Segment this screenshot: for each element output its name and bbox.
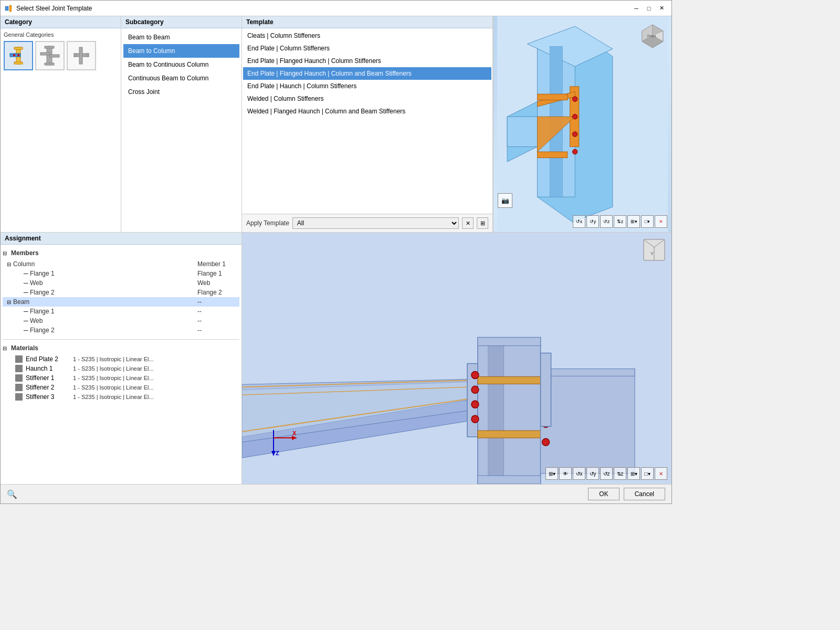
material-haunch: Haunch 1 1 - S235 | Isotropic | Linear E… (3, 364, 239, 373)
category-icon-3[interactable] (67, 41, 96, 70)
template-item-4[interactable]: End Plate | Flanged Haunch | Column and … (243, 67, 491, 80)
flange2-label: Flange 2 (30, 289, 197, 296)
flange1-value: Flange 1 (197, 270, 239, 277)
minimize-button[interactable]: ─ (631, 3, 642, 14)
subcategory-item-beam-to-column[interactable]: Beam to Column (123, 44, 239, 58)
bottom-view-toggle[interactable]: 👁 (559, 467, 572, 480)
template-item-6[interactable]: Welded | Column Stiffeners (243, 92, 491, 105)
subcategory-item-cross-joint[interactable]: Cross Joint (123, 85, 239, 99)
template-item-1[interactable]: Cleats | Column Stiffeners (243, 29, 491, 42)
svg-point-32 (572, 149, 578, 154)
material-color-icon-1 (15, 355, 23, 363)
svg-rect-4 (14, 62, 23, 64)
stiffener-3-value: 1 - S235 | Isotropic | Linear El... (73, 394, 237, 400)
svg-rect-27 (537, 94, 567, 100)
beam-flange2-value: -- (197, 327, 239, 334)
svg-point-7 (13, 54, 15, 56)
subcategory-header: Subcategory (121, 16, 242, 28)
beam-row: ⊟ Beam -- (3, 297, 239, 307)
svg-point-62 (542, 438, 550, 446)
beam-flange1-label: Flange 1 (30, 308, 197, 315)
svg-rect-47 (478, 338, 541, 484)
bottom-vertical-options[interactable]: ⊞▾ (545, 467, 558, 480)
cube-navigator[interactable]: Front (638, 20, 667, 50)
material-color-icon-5 (15, 393, 23, 401)
svg-rect-3 (14, 47, 23, 49)
bottom-rotate-x[interactable]: ↺x (573, 467, 585, 480)
bottom-flip-z[interactable]: ⇅z (614, 467, 626, 480)
top-settings-button[interactable]: ✕ (655, 215, 667, 228)
export-button[interactable]: ⊞ (477, 217, 488, 229)
cancel-button[interactable]: Cancel (624, 488, 665, 500)
beam-flange1-value: -- (197, 308, 239, 315)
bottom-viewport[interactable]: Z X Y ⊞▾ 👁 (242, 233, 671, 484)
axis-indicator: Z X (258, 419, 300, 463)
bottom-view-cube[interactable]: Y (641, 237, 667, 265)
material-color-icon-2 (15, 365, 23, 372)
svg-rect-57 (541, 369, 635, 474)
materials-expand-icon[interactable]: ⊟ (3, 345, 9, 351)
svg-text:Z: Z (276, 450, 279, 456)
top-3d-viewport[interactable]: Front ↺x ↺y ↺z ⇅z ⊞▾ □▾ ✕ (494, 16, 671, 232)
svg-rect-58 (541, 369, 635, 376)
flange1-row: ─ Flange 1 Flange 1 (3, 269, 239, 278)
bottom-rotate-y[interactable]: ↺y (586, 467, 599, 480)
top-rotate-y-button[interactable]: ↺y (586, 215, 599, 228)
ok-button[interactable]: OK (588, 488, 619, 500)
svg-rect-51 (478, 376, 541, 384)
category-icon-1[interactable] (4, 41, 33, 70)
stiffener-1-label: Stiffener 1 (26, 374, 73, 382)
template-item-7[interactable]: Welded | Flanged Haunch | Column and Bea… (243, 105, 491, 118)
subcategory-item-beam-to-beam[interactable]: Beam to Beam (123, 30, 239, 44)
svg-point-53 (471, 371, 479, 379)
top-flip-z-button[interactable]: ⇅z (614, 215, 626, 228)
subcategory-item-beam-continuous[interactable]: Beam to Continuous Column (123, 58, 239, 71)
top-rotate-x-button[interactable]: ↺x (573, 215, 585, 228)
members-header-row: ⊟ Members (3, 247, 239, 259)
bottom-3d-scene (242, 233, 671, 484)
template-item-3[interactable]: End Plate | Flanged Haunch | Column Stif… (243, 55, 491, 67)
top-rotate-z-button[interactable]: ↺z (600, 215, 613, 228)
template-filter-select[interactable]: All Beam to Column Custom (292, 217, 459, 229)
material-color-icon-3 (15, 374, 23, 382)
haunch-1-value: 1 - S235 | Isotropic | Linear El... (73, 365, 237, 372)
category-icon-2[interactable] (35, 41, 65, 70)
beam-value: -- (197, 298, 239, 306)
svg-rect-11 (40, 52, 50, 55)
flange2-row: ─ Flange 2 Flange 2 (3, 288, 239, 297)
main-window: Select Steel Joint Template ─ □ ✕ Catego… (0, 0, 672, 504)
bottom-rotate-z[interactable]: ↺z (600, 467, 613, 480)
top-display-button[interactable]: □▾ (641, 215, 654, 228)
category-content: General Categories (1, 28, 121, 232)
svg-rect-15 (87, 54, 89, 57)
beam-expand-icon[interactable]: ⊟ (7, 299, 13, 305)
screenshot-button[interactable]: 📷 (498, 193, 512, 208)
bottom-view-options[interactable]: ⊞▾ (627, 467, 640, 480)
top-view-options-button[interactable]: ⊞▾ (627, 215, 640, 228)
bottom-display-mode[interactable]: □▾ (641, 467, 654, 480)
svg-rect-52 (478, 430, 541, 438)
web-value: Web (197, 279, 239, 287)
svg-rect-1 (9, 5, 12, 12)
svg-point-29 (572, 97, 578, 102)
svg-point-30 (572, 114, 578, 119)
subcategory-content: Beam to Beam Beam to Column Beam to Cont… (121, 28, 242, 232)
svg-marker-65 (271, 451, 276, 456)
members-section: ⊟ Members ⊟ Column Member 1 ─ Flange 1 (3, 247, 239, 335)
clear-filter-button[interactable]: ✕ (462, 217, 474, 229)
svg-rect-14 (74, 54, 76, 57)
restore-button[interactable]: □ (643, 3, 655, 14)
svg-text:Front: Front (647, 34, 656, 38)
subcategory-item-continuous-beam[interactable]: Continuous Beam to Column (123, 71, 239, 85)
title-bar: Select Steel Joint Template ─ □ ✕ (1, 1, 671, 16)
members-expand-icon[interactable]: ⊟ (3, 250, 9, 256)
svg-text:X: X (292, 430, 297, 436)
close-button[interactable]: ✕ (656, 3, 667, 14)
bottom-reset-view[interactable]: ✕ (655, 467, 667, 480)
column-expand-icon[interactable]: ⊟ (7, 261, 13, 267)
flange2-value: Flange 2 (197, 289, 239, 296)
template-item-2[interactable]: End Plate | Column Stiffeners (243, 42, 491, 55)
main-content: Category General Categories (1, 16, 671, 232)
category-header: Category (1, 16, 121, 28)
template-item-5[interactable]: End Plate | Haunch | Column Stiffeners (243, 80, 491, 92)
